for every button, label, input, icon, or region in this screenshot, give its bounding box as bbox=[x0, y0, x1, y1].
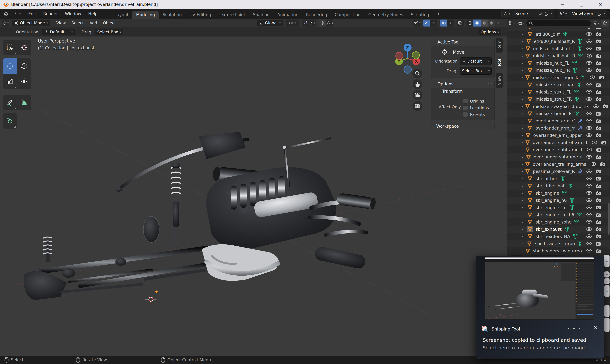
outliner-row-overlander_subrame_r[interactable]: ▸ overlander_subrame_r bbox=[507, 153, 610, 161]
edge-more-icon[interactable]: ⋮ bbox=[604, 305, 610, 317]
disable-render-camera-icon[interactable] bbox=[596, 126, 601, 131]
proportional-falloff-dropdown[interactable]: ▾ bbox=[326, 20, 333, 26]
mesh-object-icon[interactable] bbox=[526, 154, 531, 160]
hide-eye-icon[interactable] bbox=[586, 248, 592, 253]
expand-arrow-icon[interactable]: ▸ bbox=[522, 198, 525, 202]
object-name[interactable]: sbr_engine_sohc bbox=[536, 220, 571, 224]
hide-eye-icon[interactable] bbox=[586, 133, 592, 138]
mode-dropdown[interactable]: Object Mode▾ bbox=[12, 20, 50, 26]
expand-arrow-icon[interactable]: ▸ bbox=[522, 47, 524, 51]
outliner-row-midsize_tierod_F[interactable]: ▸ midsize_tierod_F bbox=[507, 110, 610, 117]
notification-subtitle-text[interactable]: Select here to mark up and share the ima… bbox=[483, 345, 585, 351]
checkbox-parents[interactable] bbox=[463, 112, 468, 117]
notification-thumbnail[interactable] bbox=[485, 258, 594, 320]
mesh-object-icon[interactable] bbox=[525, 53, 530, 59]
outliner-row-sbr_engine_im[interactable]: ▸ sbr_engine_im bbox=[507, 204, 610, 211]
expand-arrow-icon[interactable]: ▸ bbox=[522, 68, 525, 72]
expand-arrow-icon[interactable]: ▸ bbox=[522, 184, 525, 188]
snap-with-dropdown[interactable]: ▾ bbox=[309, 20, 316, 26]
workspace-tab-layout[interactable]: Layout bbox=[111, 11, 132, 19]
expand-arrow-icon[interactable]: ▸ bbox=[522, 249, 523, 253]
hide-eye-icon[interactable] bbox=[586, 176, 592, 181]
expand-arrow-icon[interactable]: ▸ bbox=[522, 213, 525, 217]
outliner-row-sbr_exhaust[interactable]: ▸ sbr_exhaust bbox=[507, 226, 610, 233]
window-titlebar[interactable]: Blender [C:\Users\nferr\Desktop\project … bbox=[0, 0, 610, 9]
options-panel-header[interactable]: ⌄Options:::: bbox=[431, 80, 494, 88]
disable-render-camera-icon[interactable] bbox=[596, 39, 601, 44]
disable-render-camera-icon[interactable] bbox=[596, 53, 602, 58]
hide-eye-icon[interactable] bbox=[590, 162, 596, 167]
outliner-row-sbr_headers_turbo[interactable]: ▸ sbr_headers_turbo bbox=[507, 240, 610, 247]
pin-icon[interactable] bbox=[539, 12, 543, 16]
workspace-tab-shading[interactable]: Shading bbox=[249, 11, 274, 19]
mesh-object-icon[interactable] bbox=[527, 28, 533, 30]
hide-eye-icon[interactable] bbox=[586, 169, 592, 174]
tool-rotate-button[interactable] bbox=[17, 58, 31, 74]
mesh-object-icon[interactable] bbox=[525, 248, 530, 254]
expand-arrow-icon[interactable]: ▸ bbox=[522, 141, 523, 144]
object-name[interactable]: sbr_headers_twinturbo bbox=[533, 248, 582, 253]
disable-render-camera-icon[interactable] bbox=[596, 155, 601, 159]
close-button[interactable]: ✕ bbox=[591, 0, 610, 9]
hide-eye-icon[interactable] bbox=[586, 126, 592, 131]
mesh-object-icon[interactable] bbox=[525, 168, 530, 175]
minimize-button[interactable]: ─ bbox=[553, 0, 572, 9]
outliner-row-midsize_hub_FL[interactable]: ▸ midsize_hub_FL bbox=[507, 60, 610, 67]
object-name[interactable]: midsize_hub_FL bbox=[536, 61, 569, 65]
object-name[interactable]: midsize_halfshaft_L bbox=[533, 46, 575, 51]
editor-type-dropdown[interactable]: ▾ bbox=[2, 20, 9, 26]
expand-arrow-icon[interactable]: ▸ bbox=[522, 242, 525, 246]
mesh-object-icon[interactable] bbox=[527, 240, 532, 247]
outliner-editor-type-dropdown[interactable]: ▾ bbox=[509, 20, 516, 27]
zoom-view-button[interactable] bbox=[412, 69, 422, 78]
object-name[interactable]: etk800_diff bbox=[536, 32, 560, 37]
expand-arrow-icon[interactable]: ▸ bbox=[522, 76, 523, 79]
expand-arrow-icon[interactable]: ▸ bbox=[522, 227, 525, 231]
snipping-tool-notification[interactable]: Snipping Tool • • • ✕ Screenshot copied … bbox=[476, 256, 604, 358]
expand-arrow-icon[interactable]: ▸ bbox=[522, 39, 524, 43]
object-name[interactable]: sbr_engine bbox=[536, 191, 559, 195]
shading-wireframe-button[interactable] bbox=[466, 20, 473, 26]
disable-render-camera-icon[interactable] bbox=[596, 198, 601, 203]
hide-eye-icon[interactable] bbox=[586, 82, 592, 87]
object-name[interactable]: sbr_engine_im_h6 bbox=[536, 212, 574, 217]
outliner-row-midsize_halfshaft_L[interactable]: ▸ midsize_halfshaft_L bbox=[507, 45, 610, 52]
checkbox-origins[interactable] bbox=[463, 99, 468, 104]
hide-eye-icon[interactable] bbox=[586, 111, 592, 116]
mesh-object-icon[interactable] bbox=[527, 125, 533, 131]
expand-arrow-icon[interactable]: ▸ bbox=[522, 177, 525, 181]
transform-orientation-dropdown[interactable]: Global▾ bbox=[257, 20, 283, 26]
disable-render-camera-icon[interactable] bbox=[596, 32, 601, 37]
edge-minus-icon[interactable]: − bbox=[604, 272, 610, 277]
object-name[interactable]: midsize_tierod_F bbox=[536, 111, 571, 116]
outliner-row-midsize_hub_FR[interactable]: ▸ midsize_hub_FR bbox=[507, 67, 610, 74]
expand-arrow-icon[interactable]: ▸ bbox=[522, 148, 523, 152]
disable-render-camera-icon[interactable] bbox=[596, 205, 601, 210]
mesh-object-icon[interactable] bbox=[527, 118, 533, 124]
object-name[interactable]: overlander_subframe_f bbox=[533, 147, 582, 152]
mesh-object-icon[interactable] bbox=[527, 183, 533, 189]
transform-subpanel-header[interactable]: Transform bbox=[442, 89, 463, 94]
expand-arrow-icon[interactable]: ▸ bbox=[522, 169, 523, 173]
workspace-tab-sculpting[interactable]: Sculpting bbox=[159, 11, 186, 19]
hide-eye-icon[interactable] bbox=[586, 53, 592, 58]
outliner-scrollbar[interactable] bbox=[608, 203, 610, 235]
notification-more-icon[interactable]: • • • bbox=[567, 326, 582, 331]
show-overlays-toggle[interactable] bbox=[440, 20, 447, 26]
hide-eye-icon[interactable] bbox=[586, 234, 592, 239]
expand-arrow-icon[interactable]: ▸ bbox=[522, 220, 525, 224]
n-panel-tab-tool[interactable]: Tool bbox=[496, 56, 502, 69]
tool-measure-button[interactable] bbox=[17, 95, 31, 110]
workspace-tab-rendering[interactable]: Rendering bbox=[302, 11, 331, 19]
disable-render-camera-icon[interactable] bbox=[596, 89, 601, 94]
viewport-menu-add[interactable]: Add bbox=[87, 20, 100, 26]
expand-arrow-icon[interactable]: ▸ bbox=[522, 126, 525, 130]
disable-render-camera-icon[interactable] bbox=[596, 176, 601, 181]
mesh-object-icon[interactable] bbox=[527, 110, 533, 117]
hide-eye-icon[interactable] bbox=[586, 147, 592, 152]
outliner-row-midsize_swaybar_droplink[interactable]: ▸ midsize_swaybar_droplink bbox=[507, 103, 610, 110]
outliner-row-midsize_strut_bar[interactable]: ▸ midsize_strut_bar bbox=[507, 81, 610, 88]
expand-arrow-icon[interactable]: ▸ bbox=[522, 83, 525, 87]
xray-toggle[interactable] bbox=[457, 20, 464, 26]
outliner-row-midsize_steeringrack[interactable]: ▸ midsize_steeringrack bbox=[507, 74, 610, 81]
